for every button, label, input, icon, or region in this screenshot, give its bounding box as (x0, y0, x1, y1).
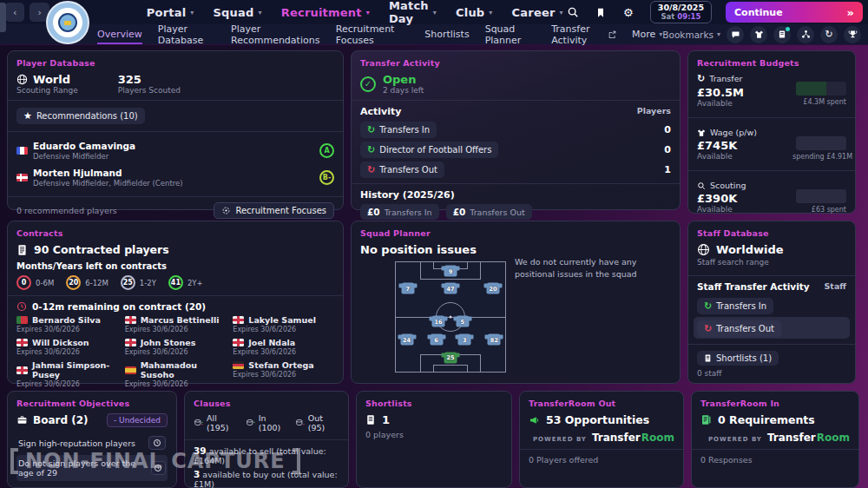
flag-icon (16, 174, 28, 181)
star-icon: ★ (23, 110, 32, 122)
tab-more[interactable]: More▾ (632, 29, 662, 40)
contract-band-6-12m[interactable]: 206-12M (66, 275, 108, 290)
expiring-player[interactable]: Lakyle SamuelExpires 30/6/2026 (233, 315, 334, 333)
clock-history-icon (153, 439, 161, 447)
recommendations-button[interactable]: ★ Recommendations (10) (16, 108, 145, 124)
expiring-player[interactable]: Marcus BettinelliExpires 30/6/2026 (125, 315, 227, 333)
club-crest[interactable] (46, 1, 89, 44)
tab-player-recommendations[interactable]: Player Recommendations (231, 23, 320, 46)
transferroom-brand: POWERED BY TransferRoom (700, 432, 850, 444)
panel-title: Squad Planner (360, 228, 671, 238)
history-transfers-in-chip[interactable]: £0Transfers In (360, 204, 439, 220)
staff-transfers-out-chip[interactable]: ↻Transfers Out (697, 320, 781, 337)
contract-band-2y-plus[interactable]: 412Y+ (168, 275, 203, 290)
chevron-down-icon: ▾ (366, 9, 370, 16)
contracts-panel[interactable]: Contracts 90 Contracted players Months/Y… (7, 221, 344, 384)
nav-match-day[interactable]: Match Day▾ (389, 0, 437, 25)
trophy-icon[interactable] (844, 26, 861, 43)
formation-shirt[interactable]: 3 (458, 334, 471, 346)
formation-pitch[interactable]: 9 7 47 20 16 5 24 6 3 82 25 (395, 261, 506, 373)
players-scouted-value: 325 (118, 73, 141, 86)
clauses-out-chip[interactable]: Out (95) (295, 413, 339, 432)
recommended-player-row[interactable]: Eduardo Camavinga Defensive Midfielder A (16, 137, 334, 164)
tab-overview[interactable]: Overview (97, 29, 142, 44)
squad-shirt-icon[interactable] (750, 26, 767, 43)
expiring-player[interactable]: Bernardo SilvaExpires 30/6/2026 (16, 315, 118, 333)
tab-shortlists[interactable]: Shortlists (424, 29, 469, 40)
formation-shirt[interactable]: 7 (401, 283, 414, 294)
history-transfers-out-chip[interactable]: £0Transfers Out (446, 204, 532, 220)
tab-transfer-activity[interactable]: Transfer Activity (551, 23, 616, 46)
staff-transfers-in-chip[interactable]: ↻Transfers In (697, 298, 773, 314)
org-network-icon[interactable] (797, 26, 814, 43)
transfers-in-row[interactable]: ↻Transfers In 0 (360, 122, 671, 138)
clauses-all-chip[interactable]: All (195) (194, 413, 239, 432)
transferroom-in-panel[interactable]: TransferRoom In 0 Requirements POWERED B… (691, 391, 859, 488)
expiring-player[interactable]: Mahamadou SusohoExpires 30/6/2026 (125, 360, 227, 388)
formation-shirt[interactable]: 20 (487, 283, 500, 294)
formation-shirt[interactable]: 24 (400, 334, 413, 346)
bookmarks-menu[interactable]: Bookmarks▾ (662, 30, 720, 40)
staff-shortlists-button[interactable]: Shortlists (1) (697, 351, 779, 366)
staff-database-panel[interactable]: Staff Database Worldwide Staff search ra… (687, 221, 856, 384)
wage-budget-section: Wage (p/w) £745K Available spending £4.9… (697, 123, 846, 165)
transfers-out-row[interactable]: ↻Transfers Out 1 (360, 162, 671, 178)
megaphone-icon (529, 415, 540, 425)
formation-shirt[interactable]: 47 (444, 283, 457, 294)
nav-portal[interactable]: Portal▾ (147, 6, 194, 19)
months-left-label: Months/Years left on contracts (16, 261, 334, 271)
continue-button[interactable]: Continue » (726, 2, 863, 23)
inbox-chat-icon[interactable] (727, 26, 744, 43)
budget-bar (796, 136, 846, 150)
formation-shirt[interactable]: 6 (430, 334, 443, 346)
panel-title: Shortlists (365, 399, 503, 408)
formation-shirt-goalkeeper[interactable]: 25 (444, 352, 457, 363)
flag-icon (233, 361, 244, 369)
expiring-player[interactable]: Joel NdalaExpires 30/6/2026 (233, 338, 334, 356)
overview-content: Player Database World Scouting Range 325… (0, 45, 868, 488)
formation-shirt[interactable]: 9 (444, 266, 457, 277)
search-icon[interactable] (563, 3, 582, 22)
sync-icon[interactable]: ↻ (820, 26, 838, 43)
tab-squad-planner[interactable]: Squad Planner (485, 23, 536, 46)
nav-recruitment[interactable]: Recruitment▾ (281, 6, 370, 19)
contract-band-1-2y[interactable]: 251-2Y (121, 275, 156, 290)
dof-offers-row[interactable]: ↻Director of Football Offers 0 (360, 142, 671, 158)
expiring-player[interactable]: Will DicksonExpires 30/6/2026 (16, 338, 118, 356)
bookmark-icon[interactable] (591, 3, 610, 22)
tab-player-database[interactable]: Player Database (158, 23, 215, 46)
player-database-panel[interactable]: Player Database World Scouting Range 325… (7, 50, 344, 210)
recruitment-focuses-button[interactable]: Recruitment Focuses (214, 202, 334, 219)
nav-club[interactable]: Club▾ (456, 6, 493, 19)
coins-icon (194, 419, 203, 428)
game-date[interactable]: 30/8/2025 Sat 09:15 (650, 1, 712, 23)
check-circle-icon: ✓ (360, 76, 376, 92)
nav-career[interactable]: Career▾ (512, 6, 563, 19)
recommended-player-row[interactable]: Morten Hjulmand Defensive Midfielder, Mi… (16, 164, 334, 191)
clauses-in-chip[interactable]: In (100) (246, 413, 288, 432)
expiring-player[interactable]: Jahmai Simpson-PuseyExpires 30/6/2026 (16, 360, 118, 388)
formation-shirt[interactable]: 16 (432, 316, 445, 327)
gear-icon[interactable]: ⚙ (619, 3, 638, 22)
notes-card-icon[interactable] (773, 26, 791, 43)
history-back-button[interactable]: ‹ (5, 3, 24, 22)
formation-shirt[interactable]: 82 (488, 334, 501, 346)
focus-target-icon (221, 206, 231, 215)
recruitment-budgets-panel[interactable]: Recruitment Budgets ↻Transfer £30.5M Ava… (687, 50, 856, 214)
nav-squad[interactable]: Squad▾ (214, 6, 262, 19)
expiring-player[interactable]: John StonesExpires 30/6/2026 (125, 338, 227, 356)
contract-band-0-6m[interactable]: 00-6M (16, 275, 54, 290)
formation-shirt[interactable]: 5 (456, 316, 469, 327)
squad-planner-panel[interactable]: Squad Planner No position issues We do n… (351, 221, 681, 384)
expiring-player[interactable]: Stefan OrtegaExpires 30/6/2026 (233, 360, 334, 388)
scout-rating-badge: B- (319, 170, 334, 185)
tab-recruitment-focuses[interactable]: Recruitment Focuses (336, 23, 409, 46)
transfer-activity-panel[interactable]: Transfer Activity ✓ Open 2 days left Act… (351, 50, 681, 210)
scouting-range-value: World (33, 73, 70, 86)
flag-icon (16, 147, 28, 155)
scouting-range-label: Scouting Range (16, 86, 78, 95)
flag-icon (233, 316, 244, 324)
transferroom-out-panel[interactable]: TransferRoom Out 53 Opportunities POWERE… (519, 391, 684, 488)
shortlists-panel[interactable]: Shortlists 1 0 players (356, 391, 512, 488)
position-issues-note: We do not currently have any positional … (515, 256, 664, 280)
